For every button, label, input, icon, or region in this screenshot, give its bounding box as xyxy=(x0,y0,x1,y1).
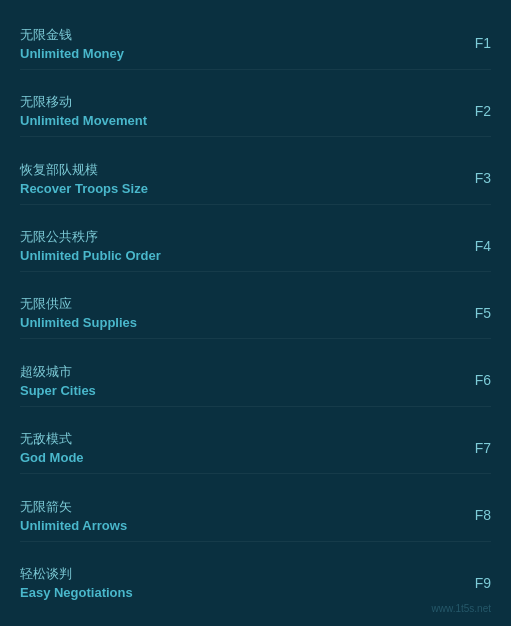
cheat-item-6[interactable]: 超级城市 Super Cities F6 xyxy=(20,355,491,407)
cheat-text-5: 无限供应 Unlimited Supplies xyxy=(20,295,137,330)
cheat-item-8[interactable]: 无限箭矢 Unlimited Arrows F8 xyxy=(20,490,491,542)
cheat-english-8: Unlimited Arrows xyxy=(20,518,127,533)
cheat-key-5: F5 xyxy=(461,305,491,321)
cheat-key-1: F1 xyxy=(461,35,491,51)
cheat-english-7: God Mode xyxy=(20,450,84,465)
cheat-text-7: 无敌模式 God Mode xyxy=(20,430,84,465)
cheat-chinese-2: 无限移动 xyxy=(20,93,147,111)
cheat-item-5[interactable]: 无限供应 Unlimited Supplies F5 xyxy=(20,287,491,339)
cheat-key-6: F6 xyxy=(461,372,491,388)
cheat-english-3: Recover Troops Size xyxy=(20,181,148,196)
cheat-english-6: Super Cities xyxy=(20,383,96,398)
cheat-english-4: Unlimited Public Order xyxy=(20,248,161,263)
cheat-key-7: F7 xyxy=(461,440,491,456)
cheat-key-9: F9 xyxy=(461,575,491,591)
cheat-chinese-3: 恢复部队规模 xyxy=(20,161,148,179)
cheat-english-1: Unlimited Money xyxy=(20,46,124,61)
cheat-item-3[interactable]: 恢复部队规模 Recover Troops Size F3 xyxy=(20,153,491,205)
cheat-chinese-8: 无限箭矢 xyxy=(20,498,127,516)
cheat-english-5: Unlimited Supplies xyxy=(20,315,137,330)
cheat-chinese-9: 轻松谈判 xyxy=(20,565,133,583)
cheat-text-8: 无限箭矢 Unlimited Arrows xyxy=(20,498,127,533)
cheat-chinese-5: 无限供应 xyxy=(20,295,137,313)
cheat-english-2: Unlimited Movement xyxy=(20,113,147,128)
watermark: www.1t5s.net xyxy=(432,603,491,614)
cheat-text-1: 无限金钱 Unlimited Money xyxy=(20,26,124,61)
cheat-text-3: 恢复部队规模 Recover Troops Size xyxy=(20,161,148,196)
cheat-text-2: 无限移动 Unlimited Movement xyxy=(20,93,147,128)
cheat-chinese-4: 无限公共秩序 xyxy=(20,228,161,246)
cheat-key-3: F3 xyxy=(461,170,491,186)
cheat-text-6: 超级城市 Super Cities xyxy=(20,363,96,398)
cheat-text-4: 无限公共秩序 Unlimited Public Order xyxy=(20,228,161,263)
cheat-key-8: F8 xyxy=(461,507,491,523)
cheat-item-4[interactable]: 无限公共秩序 Unlimited Public Order F4 xyxy=(20,220,491,272)
cheat-key-2: F2 xyxy=(461,103,491,119)
cheat-item-2[interactable]: 无限移动 Unlimited Movement F2 xyxy=(20,85,491,137)
cheat-text-9: 轻松谈判 Easy Negotiations xyxy=(20,565,133,600)
cheat-item-1[interactable]: 无限金钱 Unlimited Money F1 xyxy=(20,18,491,70)
cheat-chinese-1: 无限金钱 xyxy=(20,26,124,44)
cheat-list: 无限金钱 Unlimited Money F1 无限移动 Unlimited M… xyxy=(0,0,511,626)
cheat-item-9[interactable]: 轻松谈判 Easy Negotiations F9 xyxy=(20,557,491,608)
cheat-english-9: Easy Negotiations xyxy=(20,585,133,600)
cheat-chinese-7: 无敌模式 xyxy=(20,430,84,448)
cheat-chinese-6: 超级城市 xyxy=(20,363,96,381)
cheat-item-7[interactable]: 无敌模式 God Mode F7 xyxy=(20,422,491,474)
cheat-key-4: F4 xyxy=(461,238,491,254)
